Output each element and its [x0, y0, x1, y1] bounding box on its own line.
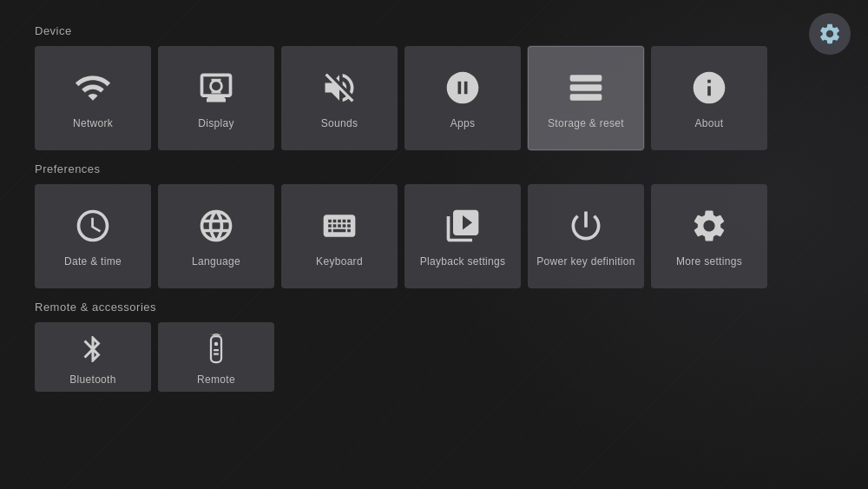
tile-keyboard[interactable]: Keyboard: [281, 184, 398, 288]
display-icon: [195, 67, 237, 109]
device-grid: Network Display Sounds Apps: [35, 46, 833, 150]
svg-point-5: [214, 342, 219, 347]
tile-more-settings[interactable]: More settings: [651, 184, 767, 288]
remote-icon: [195, 328, 237, 370]
tile-network[interactable]: Network: [35, 46, 151, 150]
network-icon: [72, 67, 114, 109]
tile-about[interactable]: About: [651, 46, 767, 150]
tile-date-time[interactable]: Date & time: [35, 184, 151, 288]
tile-playback-label: Playback settings: [420, 255, 505, 268]
bluetooth-icon: [72, 328, 114, 370]
sounds-icon: [319, 67, 360, 109]
svg-point-0: [211, 81, 222, 92]
svg-rect-6: [214, 349, 219, 351]
section-label-device: Device: [35, 24, 833, 37]
apps-icon: [442, 67, 483, 109]
tile-storage-reset-label: Storage & reset: [548, 117, 624, 129]
tile-remote-label: Remote: [197, 373, 235, 386]
preferences-grid: Date & time Language Keyboard Playback s…: [35, 184, 833, 288]
tile-sounds[interactable]: Sounds: [281, 46, 398, 150]
storage-icon: [565, 67, 607, 109]
section-label-preferences: Preferences: [35, 162, 833, 175]
tile-power-key[interactable]: Power key definition: [528, 184, 644, 288]
tile-storage-reset[interactable]: Storage & reset: [528, 46, 644, 150]
svg-rect-1: [570, 75, 602, 81]
tile-sounds-label: Sounds: [321, 117, 358, 129]
tile-remote[interactable]: Remote: [158, 322, 274, 392]
tile-network-label: Network: [73, 117, 113, 129]
svg-rect-2: [570, 84, 602, 90]
power-icon: [565, 205, 607, 247]
tile-date-time-label: Date & time: [64, 255, 122, 268]
tile-more-settings-label: More settings: [676, 255, 742, 268]
tile-display-label: Display: [198, 117, 233, 129]
tile-language[interactable]: Language: [158, 184, 274, 288]
clock-icon: [72, 205, 114, 247]
section-label-remote: Remote & accessories: [35, 301, 833, 314]
gear-button[interactable]: [809, 13, 851, 55]
tile-power-key-label: Power key definition: [536, 255, 635, 268]
keyboard-icon: [319, 205, 360, 247]
svg-rect-3: [570, 94, 602, 100]
more-settings-icon: [688, 205, 730, 247]
about-icon: [688, 67, 730, 109]
playback-icon: [442, 205, 483, 247]
tile-bluetooth[interactable]: Bluetooth: [35, 322, 151, 392]
tile-bluetooth-label: Bluetooth: [69, 373, 115, 386]
tile-apps-label: Apps: [450, 117, 476, 129]
tile-apps[interactable]: Apps: [404, 46, 521, 150]
globe-icon: [195, 205, 237, 247]
tile-language-label: Language: [192, 255, 240, 268]
tile-about-label: About: [695, 117, 724, 129]
settings-page: Device Network Display Sounds: [0, 0, 868, 413]
remote-grid: Bluetooth Remote: [35, 322, 833, 392]
tile-playback[interactable]: Playback settings: [404, 184, 521, 288]
tile-keyboard-label: Keyboard: [316, 255, 363, 268]
gear-icon: [818, 22, 842, 46]
svg-rect-7: [214, 354, 219, 355]
tile-display[interactable]: Display: [158, 46, 274, 150]
